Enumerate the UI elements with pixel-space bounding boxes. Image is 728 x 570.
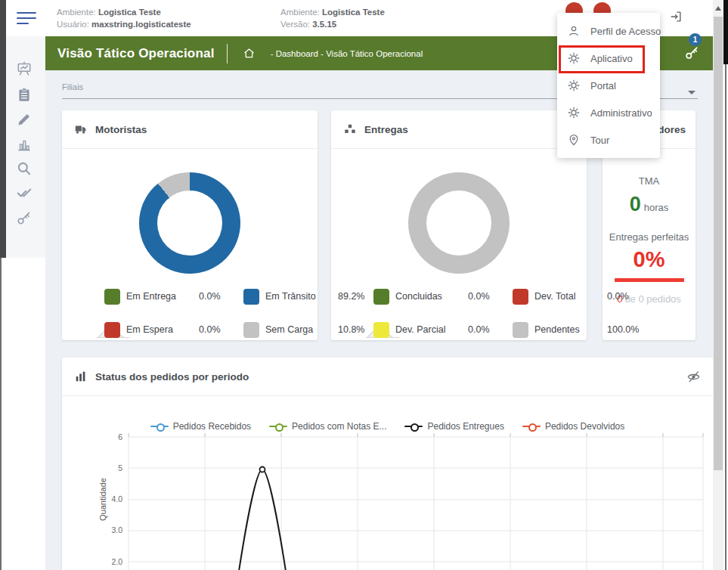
logout-icon[interactable] xyxy=(669,10,683,23)
legend-item: Em Trânsito 89.2% xyxy=(243,288,364,305)
entregas-donut-chart xyxy=(408,172,510,274)
sidebar-item-dashboard-icon[interactable] xyxy=(16,60,33,77)
window-edge-left-line xyxy=(0,258,2,570)
sidebar xyxy=(6,36,45,258)
legend-swatch xyxy=(243,322,259,338)
legend-pedidos-devolvidos[interactable]: Pedidos Devolvidos xyxy=(522,421,624,432)
menu-item-tour[interactable]: Tour xyxy=(557,126,660,153)
key-tools-icon[interactable] xyxy=(684,45,700,60)
groups-icon xyxy=(343,122,357,136)
settings-dropdown-menu: Perfil de Acesso Aplicativo Portal xyxy=(557,13,660,158)
legend-swatch xyxy=(513,322,528,338)
entregas-perfeitas-label: Entregas perfeitas xyxy=(603,231,695,243)
hamburger-menu-icon[interactable] xyxy=(17,10,39,26)
entregas-card-header: Entregas xyxy=(331,110,587,149)
gear-icon xyxy=(568,79,580,91)
legend-item: Pendentes 100.0% xyxy=(513,321,639,338)
entregas-perfeitas-value: 0% xyxy=(603,247,695,272)
truck-icon xyxy=(74,122,88,136)
legend-item: Dev. Parcial 0.0% xyxy=(373,321,490,338)
page-title: Visão Tático Operacional xyxy=(57,46,215,61)
tma-unit: horas xyxy=(644,202,669,213)
motoristas-card-title: Motoristas xyxy=(95,124,147,135)
app-window: Ambiente: Logistica Teste Usuário: maxst… xyxy=(0,0,728,570)
legend-swatch xyxy=(373,289,389,305)
vertical-scrollbar[interactable] xyxy=(713,0,723,570)
filiais-select-label[interactable]: Filiais xyxy=(62,82,83,91)
legend-pedidos-com-notas[interactable]: Pedidos com Notas E... xyxy=(269,421,386,432)
motoristas-card: Motoristas Em Entrega 0.0% Em Trânsito 8… xyxy=(62,110,318,340)
notification-count-badge: 1 xyxy=(689,33,702,46)
person-icon xyxy=(568,25,580,37)
sidebar-item-double-check-icon[interactable] xyxy=(16,184,33,201)
motoristas-donut-chart xyxy=(139,172,240,274)
window-edge-right xyxy=(723,0,728,64)
environment-version-info: Ambiente: Logistica Teste Versão: 3.5.15 xyxy=(280,6,385,30)
scrollbar-thumb[interactable] xyxy=(714,17,723,470)
status-pedidos-card: Status dos pedidos por periodo Pedidos R… xyxy=(62,358,713,570)
motoristas-card-header: Motoristas xyxy=(62,110,318,149)
legend-swatch xyxy=(243,289,259,305)
sidebar-item-clipboard-icon[interactable] xyxy=(16,86,33,103)
legend-item: Sem Carga 10.8% xyxy=(243,321,364,338)
indicadores-body: TMA 0horas Entregas perfeitas 0% 0de 0 p… xyxy=(603,148,695,305)
sidebar-item-bar-chart-icon[interactable] xyxy=(16,136,33,153)
legend-swatch xyxy=(513,289,528,305)
menu-item-perfil-de-acesso[interactable]: Perfil de Acesso xyxy=(557,17,660,45)
entregas-card: Entregas Concluidas 0.0% Dev. Total 0.0%… xyxy=(331,110,587,340)
sidebar-item-search-icon[interactable] xyxy=(16,160,33,177)
legend-swatch xyxy=(104,322,120,338)
line-chart-plot xyxy=(62,358,713,570)
environment-user-info: Ambiente: Logistica Teste Usuário: maxst… xyxy=(57,6,191,30)
gear-icon xyxy=(568,52,580,64)
sidebar-item-pencil-icon[interactable] xyxy=(16,111,33,128)
legend-item: Em Entrega 0.0% xyxy=(104,288,221,305)
red-underline-bar xyxy=(615,278,684,282)
header-divider xyxy=(227,44,228,64)
legend-swatch xyxy=(104,289,120,305)
peak-data-point xyxy=(260,467,265,472)
legend-item: Dev. Total 0.0% xyxy=(513,288,629,305)
tma-label: TMA xyxy=(603,175,695,187)
breadcrumb: - Dashboard - Visão Tático Operacional xyxy=(271,49,423,58)
legend-item: Concluidas 0.0% xyxy=(373,288,490,305)
menu-item-aplicativo[interactable]: Aplicativo xyxy=(557,45,660,72)
menu-item-administrativo[interactable]: Administrativo xyxy=(557,99,660,126)
y-axis-label: Quantidade xyxy=(98,466,108,534)
tma-value: 0 xyxy=(630,193,641,215)
entregas-card-title: Entregas xyxy=(364,124,408,135)
y-axis-tick: 2.0 xyxy=(98,557,122,566)
chevron-down-icon[interactable] xyxy=(688,91,695,94)
pedidos-entregues-curve xyxy=(237,469,288,570)
legend-pedidos-recebidos[interactable]: Pedidos Recebidos xyxy=(150,421,251,432)
legend-item: Em Espera 0.0% xyxy=(104,321,221,338)
pin-icon xyxy=(568,134,580,146)
y-axis-tick: 6 xyxy=(98,432,122,441)
menu-item-portal[interactable]: Portal xyxy=(557,72,660,99)
legend-pedidos-entregues[interactable]: Pedidos Entregues xyxy=(404,421,503,432)
gear-icon xyxy=(568,107,580,119)
home-icon[interactable] xyxy=(243,47,256,60)
window-edge-left xyxy=(0,0,6,258)
sidebar-item-key-icon[interactable] xyxy=(16,209,33,226)
legend-swatch xyxy=(373,322,389,338)
scrollbar-up-arrow[interactable] xyxy=(715,6,721,11)
line-chart-legend: Pedidos Recebidos Pedidos com Notas E...… xyxy=(62,421,713,432)
window-edge-right-line xyxy=(725,64,726,570)
